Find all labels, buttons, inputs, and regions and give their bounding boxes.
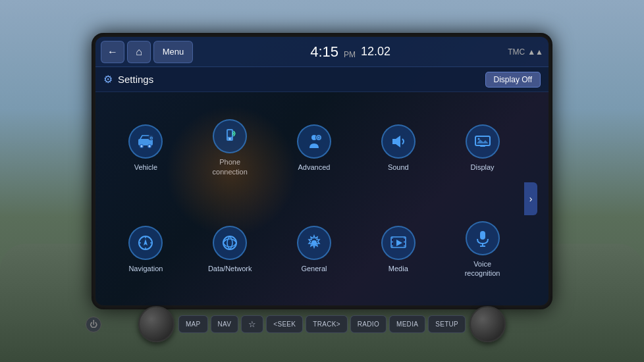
settings-label: Settings <box>118 74 153 85</box>
time-ampm: PM <box>344 50 356 59</box>
wifi-icon: ▲▲ <box>527 47 543 57</box>
grid-area: ⚙ Vehicle <box>95 92 549 305</box>
grid-item-media[interactable]: Media <box>358 201 439 299</box>
grid-item-display[interactable]: Display <box>442 99 523 197</box>
display-icon <box>473 132 492 151</box>
tune-knob[interactable] <box>470 306 506 342</box>
vehicle-label: Vehicle <box>134 163 157 172</box>
time-secondary: 12.02 <box>361 45 390 59</box>
svg-rect-23 <box>404 237 406 247</box>
display-label: Display <box>471 163 495 172</box>
tmc-icon: TMC <box>508 47 525 57</box>
menu-label: Menu <box>163 47 184 57</box>
svg-rect-29 <box>480 231 485 240</box>
svg-point-9 <box>229 138 231 140</box>
media-button[interactable]: MEDIA <box>389 315 425 333</box>
grid-item-data-network[interactable]: Data/Network <box>190 201 271 299</box>
content-area: ⚙ Vehicle <box>95 92 549 305</box>
grid-item-vehicle[interactable]: ⚙ Vehicle <box>105 99 186 197</box>
data-network-label: Data/Network <box>208 264 252 273</box>
sound-icon-circle <box>381 124 416 159</box>
power-button[interactable]: ⏻ <box>86 317 101 332</box>
home-icon: ⌂ <box>136 46 142 58</box>
svg-rect-22 <box>391 237 393 247</box>
settings-title: ⚙ Settings <box>103 73 153 86</box>
grid-item-phone-connection[interactable]: Phoneconnection <box>190 99 271 197</box>
grid-item-advanced[interactable]: Advanced <box>274 99 355 197</box>
infotainment-screen: ← ⌂ Menu 4:15 PM 12.02 TMC ▲▲ ⚙ Settings <box>92 33 552 309</box>
settings-bar: ⚙ Settings Display Off <box>95 67 549 92</box>
navigation-icon <box>136 234 155 252</box>
star-button[interactable]: ☆ <box>241 315 263 333</box>
screen-display: ← ⌂ Menu 4:15 PM 12.02 TMC ▲▲ ⚙ Settings <box>95 37 549 305</box>
advanced-icon <box>305 132 323 151</box>
svg-point-4 <box>149 145 151 147</box>
grid-item-general[interactable]: General <box>274 201 355 299</box>
home-button[interactable]: ⌂ <box>127 41 151 63</box>
advanced-icon-circle <box>297 124 331 159</box>
vehicle-icon-circle: ⚙ <box>128 124 163 159</box>
voice-recognition-icon <box>473 229 492 247</box>
svg-rect-26 <box>404 239 405 241</box>
svg-marker-14 <box>392 136 400 147</box>
data-network-icon <box>221 234 239 252</box>
back-button[interactable]: ← <box>101 41 124 63</box>
svg-point-16 <box>477 138 479 140</box>
back-icon: ← <box>107 46 118 58</box>
svg-point-19 <box>223 236 236 249</box>
navigation-icon-circle <box>128 226 163 260</box>
header-bar: ← ⌂ Menu 4:15 PM 12.02 TMC ▲▲ <box>95 37 549 67</box>
display-off-button[interactable]: Display Off <box>485 72 541 88</box>
side-arrow-container: › <box>523 99 539 299</box>
phone-icon-circle <box>213 119 247 153</box>
svg-rect-24 <box>392 239 393 241</box>
media-label: Media <box>389 264 408 273</box>
phone-connection-icon <box>221 127 239 145</box>
svg-rect-17 <box>480 145 485 147</box>
status-icons: TMC ▲▲ <box>508 47 543 57</box>
voice-recognition-icon-circle <box>466 221 500 255</box>
general-icon-circle <box>297 226 331 260</box>
power-icon: ⏻ <box>90 320 97 329</box>
menu-button[interactable]: Menu <box>153 41 193 63</box>
side-arrow-button[interactable]: › <box>524 182 537 215</box>
data-network-icon-circle <box>213 226 247 260</box>
gear-icon: ⚙ <box>103 73 113 86</box>
svg-rect-15 <box>475 136 490 145</box>
svg-point-3 <box>141 145 143 147</box>
svg-rect-8 <box>228 130 232 137</box>
time-display: 4:15 PM 12.02 <box>196 43 505 61</box>
vehicle-icon: ⚙ <box>136 132 155 151</box>
svg-rect-27 <box>404 243 405 245</box>
grid-item-navigation[interactable]: Navigation <box>105 201 186 299</box>
bottom-controls: ⏻ MAP NAV ☆ <SEEK TRACK> RADIO MEDIA SET… <box>138 306 506 342</box>
svg-rect-25 <box>392 243 393 245</box>
setup-button[interactable]: SETUP <box>428 315 466 333</box>
svg-point-20 <box>311 240 317 246</box>
sound-icon <box>389 132 408 151</box>
nav-button[interactable]: NAV <box>211 315 239 333</box>
general-label: General <box>301 264 327 273</box>
svg-point-13 <box>317 136 319 138</box>
media-icon-circle <box>381 226 416 260</box>
volume-knob[interactable] <box>138 306 174 342</box>
radio-button[interactable]: RADIO <box>350 315 387 333</box>
phone-connection-label: Phoneconnection <box>213 157 248 176</box>
bottom-button-row: MAP NAV ☆ <SEEK TRACK> RADIO MEDIA SETUP <box>178 315 466 333</box>
svg-marker-28 <box>396 240 402 246</box>
track-button[interactable]: TRACK> <box>306 315 348 333</box>
seek-prev-button[interactable]: <SEEK <box>266 315 303 333</box>
grid-item-voice-recognition[interactable]: Voicerecognition <box>442 201 523 299</box>
advanced-label: Advanced <box>298 163 331 172</box>
navigation-label: Navigation <box>128 264 163 273</box>
media-icon <box>389 234 408 252</box>
display-icon-circle <box>466 124 500 159</box>
chevron-right-icon: › <box>529 194 533 204</box>
sound-label: Sound <box>388 163 409 172</box>
general-icon <box>305 234 323 252</box>
map-button[interactable]: MAP <box>178 315 208 333</box>
time-main: 4:15 <box>310 43 338 61</box>
grid-item-sound[interactable]: Sound <box>358 99 439 197</box>
settings-grid: ⚙ Vehicle <box>105 99 523 299</box>
voice-recognition-label: Voicerecognition <box>465 259 500 278</box>
